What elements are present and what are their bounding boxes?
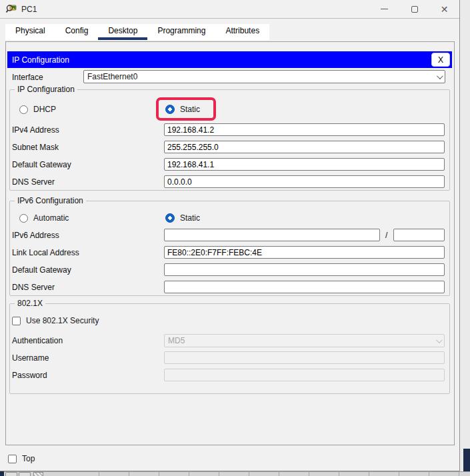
maximize-button[interactable] [399, 0, 429, 18]
close-button[interactable]: ✕ [429, 0, 459, 18]
ipv6-automatic-radio-label: Automatic [33, 213, 69, 223]
subnet-mask-input[interactable] [164, 141, 445, 153]
password-label: Password [12, 371, 47, 380]
authentication-select: MD5 [164, 334, 445, 347]
checkbox-unchecked-icon [12, 317, 21, 325]
username-label: Username [12, 353, 49, 363]
maximize-icon [411, 6, 418, 13]
tab-physical[interactable]: Physical [5, 24, 55, 40]
ip-configuration-dialog-header: IP Configuration X [7, 51, 452, 68]
top-checkbox[interactable]: Top [8, 453, 35, 464]
password-input [164, 369, 445, 381]
chevron-down-icon [436, 337, 443, 343]
ipv6-dns-server-input[interactable] [164, 281, 445, 293]
background-taskbar-button [5, 472, 17, 476]
inspect-magnifier-pc-icon [5, 3, 17, 15]
interface-selected-value: FastEthernet0 [87, 72, 137, 81]
ipv4-address-label: IPv4 Address [12, 125, 59, 135]
ipv6-prefix-input[interactable] [393, 229, 445, 241]
ipv6-static-radio-option[interactable]: Static [165, 213, 200, 223]
tab-desktop[interactable]: Desktop [98, 24, 147, 40]
minimize-button[interactable] [369, 0, 399, 18]
close-icon: ✕ [441, 5, 449, 14]
ipv6-default-gateway-input[interactable] [164, 263, 445, 276]
window-controls: ✕ [369, 0, 459, 18]
ipv6-configuration-group: IPv6 Configuration Automatic Static IPv6… [9, 201, 450, 296]
red-highlight-annotation [156, 97, 216, 121]
dot1x-group: 802.1X Use 802.1X Security Authenticatio… [9, 303, 450, 394]
default-gateway-label: Default Gateway [12, 160, 71, 169]
ipv6-automatic-radio-option[interactable]: Automatic [19, 213, 69, 223]
use-dot1x-security-label: Use 802.1X Security [26, 316, 99, 325]
subnet-mask-label: Subnet Mask [12, 143, 59, 152]
desktop-tab-content: IP Configuration X Interface FastEtherne… [5, 41, 455, 445]
link-local-address-input[interactable] [164, 246, 445, 259]
ipv6-default-gateway-label: Default Gateway [12, 265, 71, 275]
chevron-down-icon [437, 73, 443, 79]
ipv6-configuration-legend: IPv6 Configuration [15, 196, 86, 205]
ip-configuration-legend: IP Configuration [15, 85, 77, 94]
interface-label: Interface [12, 73, 43, 82]
radio-checked-icon [165, 213, 175, 223]
ipv6-address-label: IPv6 Address [12, 231, 59, 240]
background-navy-corner [0, 471, 4, 476]
tab-bar: Physical Config Desktop Programming Attr… [5, 24, 269, 40]
dhcp-radio-option[interactable]: DHCP [19, 104, 56, 115]
ipv6-dns-server-label: DNS Server [12, 283, 55, 292]
authentication-label: Authentication [12, 336, 63, 345]
dot1x-legend: 802.1X [15, 299, 45, 308]
dialog-title: IP Configuration [12, 55, 69, 65]
ip-configuration-group: IP Configuration DHCP Static IPv4 Addres… [9, 89, 450, 191]
interface-select[interactable]: FastEthernet0 [83, 70, 445, 83]
checkbox-unchecked-icon [8, 455, 17, 463]
username-input [164, 351, 445, 364]
tab-programming[interactable]: Programming [147, 24, 215, 40]
authentication-selected-value: MD5 [168, 336, 185, 345]
dialog-close-button[interactable]: X [431, 53, 450, 67]
background-taskbar-button [19, 472, 31, 476]
top-checkbox-label: Top [22, 454, 35, 463]
pc1-window: PC1 ✕ Physical Config Desktop Programmin… [0, 0, 460, 471]
link-local-address-label: Link Local Address [12, 248, 79, 257]
radio-unchecked-icon [19, 105, 28, 114]
radio-unchecked-icon [19, 214, 28, 223]
dhcp-radio-label: DHCP [33, 105, 56, 114]
dns-server-input[interactable] [164, 175, 445, 188]
background-app-margin [461, 0, 470, 476]
ipv6-static-radio-label: Static [180, 213, 200, 223]
minimize-icon [381, 9, 388, 9]
default-gateway-input[interactable] [164, 158, 445, 171]
tab-attributes[interactable]: Attributes [215, 24, 269, 40]
ipv6-prefix-separator: / [385, 231, 387, 240]
ipv4-address-input[interactable] [164, 123, 445, 136]
title-bar: PC1 ✕ [0, 0, 459, 19]
tab-config[interactable]: Config [55, 24, 99, 40]
ipv6-address-input[interactable] [164, 229, 380, 241]
background-navy-panel [463, 449, 470, 474]
background-taskbar-swatch [33, 472, 43, 476]
background-taskbar-segments [99, 472, 470, 476]
window-title: PC1 [21, 5, 37, 14]
use-dot1x-security-checkbox[interactable]: Use 802.1X Security [12, 315, 99, 326]
dns-server-label: DNS Server [12, 177, 55, 187]
